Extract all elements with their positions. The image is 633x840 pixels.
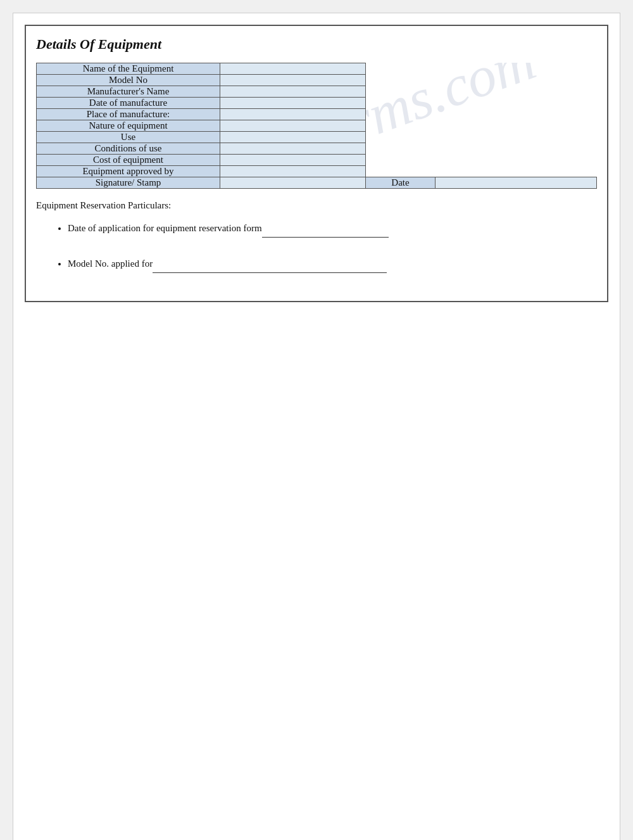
row-label-9: Equipment approved by	[37, 166, 220, 177]
table-row: Use	[37, 132, 597, 143]
row-label-2: Manufacturer's Name	[37, 86, 220, 98]
table-row: Name of the Equipment	[37, 63, 597, 75]
row-value-5[interactable]	[220, 120, 366, 132]
page: Details Of Equipment sampleforms.com Nam…	[13, 13, 620, 840]
list-item-1: Model No. applied for	[68, 255, 597, 273]
signature-stamp-value[interactable]	[220, 177, 366, 189]
table-row: Model No	[37, 75, 597, 86]
list-item-0-text: Date of application for equipment reserv…	[68, 223, 262, 233]
signature-row: Signature/ Stamp Date	[37, 177, 597, 189]
list-item-0-field[interactable]	[262, 220, 389, 238]
table-row: Conditions of use	[37, 143, 597, 155]
reservation-section: Equipment Reservation Particulars: Date …	[36, 200, 597, 273]
outer-border: Details Of Equipment sampleforms.com Nam…	[25, 25, 608, 302]
table-row: Place of manufacture:	[37, 109, 597, 120]
watermark-wrapper: sampleforms.com Name of the Equipment Mo…	[36, 63, 597, 189]
bullet-list: Date of application for equipment reserv…	[36, 220, 597, 273]
row-value-2[interactable]	[220, 86, 366, 98]
list-item-1-text: Model No. applied for	[68, 258, 153, 269]
row-label-6: Use	[37, 132, 220, 143]
signature-stamp-label: Signature/ Stamp	[37, 177, 220, 189]
reservation-title: Equipment Reservation Particulars:	[36, 200, 597, 211]
table-row: Nature of equipment	[37, 120, 597, 132]
row-value-7[interactable]	[220, 143, 366, 155]
date-value[interactable]	[436, 177, 597, 189]
row-label-7: Conditions of use	[37, 143, 220, 155]
table-row: Date of manufacture	[37, 98, 597, 109]
row-label-4: Place of manufacture:	[37, 109, 220, 120]
row-value-3[interactable]	[220, 98, 366, 109]
row-label-1: Model No	[37, 75, 220, 86]
row-value-1[interactable]	[220, 75, 366, 86]
row-value-4[interactable]	[220, 109, 366, 120]
row-value-9[interactable]	[220, 166, 366, 177]
row-value-6[interactable]	[220, 132, 366, 143]
row-label-5: Nature of equipment	[37, 120, 220, 132]
form-title: Details Of Equipment	[36, 36, 597, 53]
table-row: Manufacturer's Name	[37, 86, 597, 98]
date-label: Date	[366, 177, 436, 189]
row-label-8: Cost of equipment	[37, 155, 220, 166]
row-value-0[interactable]	[220, 63, 366, 75]
list-item-1-field[interactable]	[153, 255, 387, 273]
table-row: Cost of equipment	[37, 155, 597, 166]
list-item-0: Date of application for equipment reserv…	[68, 220, 597, 238]
table-container: Name of the Equipment Model No Manufactu…	[36, 63, 597, 189]
equipment-table: Name of the Equipment Model No Manufactu…	[36, 63, 597, 189]
row-label-3: Date of manufacture	[37, 98, 220, 109]
row-label-0: Name of the Equipment	[37, 63, 220, 75]
row-value-8[interactable]	[220, 155, 366, 166]
table-row: Equipment approved by	[37, 166, 597, 177]
